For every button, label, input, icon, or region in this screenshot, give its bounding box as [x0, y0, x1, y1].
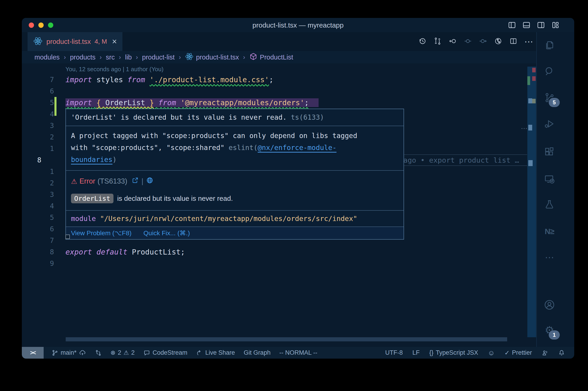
tab-problem-badge: 4, M — [94, 38, 107, 45]
quick-fix-action[interactable]: Quick Fix... (⌘.) — [144, 229, 190, 237]
gitlens-codelens[interactable]: You, 12 seconds ago | 1 author (You) — [66, 64, 164, 74]
chevron-right-icon: › — [119, 54, 121, 61]
line-number: 2 — [22, 131, 54, 143]
minimize-traffic-light[interactable] — [38, 22, 44, 28]
extensions-icon[interactable] — [543, 145, 556, 159]
remote-explorer-icon[interactable] — [543, 173, 556, 186]
toggle-panel-icon[interactable] — [522, 20, 531, 30]
nx-console-icon[interactable]: N≥ — [543, 225, 556, 238]
breadcrumb-src[interactable]: src — [106, 54, 115, 61]
line-number: 3 — [22, 120, 54, 131]
breadcrumb: modules › products › src › lib › product… — [22, 51, 536, 63]
navigate-back-icon[interactable] — [449, 37, 457, 46]
activity-bar: 5 N≥ ⋯ ⚙1 — [536, 32, 574, 347]
split-editor-icon[interactable] — [509, 37, 517, 46]
problems-item[interactable]: ⊗ 2 ⚠ 2 — [110, 349, 135, 356]
search-icon[interactable] — [543, 65, 556, 78]
horizontal-scrollbar[interactable] — [66, 337, 507, 341]
ts-diagnostic: 'OrderList' is declared but its value is… — [66, 109, 404, 126]
more-views-icon[interactable]: ⋯ — [543, 251, 556, 264]
external-link-icon[interactable] — [131, 177, 139, 186]
chevron-right-icon: › — [100, 54, 102, 61]
error-header: ⚠ Error(TS6133) | — [71, 177, 154, 186]
source-control-badge: 5 — [549, 98, 560, 107]
view-problem-action[interactable]: View Problem (⌥F8) — [71, 229, 132, 237]
eol-item[interactable]: LF — [413, 349, 420, 356]
tab-label: product-list.tsx — [46, 38, 91, 45]
remote-indicator[interactable]: >< — [22, 347, 44, 359]
git-branch-item[interactable]: main* — [51, 349, 86, 357]
react-file-icon — [33, 36, 43, 47]
line-number: 2 — [22, 177, 54, 189]
error-detail-section: ⚠ Error(TS6133) | OrderList is declared … — [66, 171, 404, 211]
encoding-item[interactable]: UTF-8 — [385, 349, 403, 356]
warning-count-icon: ⚠ — [124, 349, 129, 356]
settings-gear-icon[interactable]: ⚙1 — [543, 323, 556, 337]
codestream-item[interactable]: CodeStream — [143, 349, 187, 356]
tab-product-list[interactable]: product-list.tsx 4, M × — [28, 32, 122, 51]
line-number: 7 — [22, 74, 54, 86]
eslint-rule-link[interactable]: boundaries — [71, 156, 113, 164]
run-debug-icon[interactable] — [543, 117, 556, 130]
line-number: 8 — [22, 246, 54, 258]
git-compare-item[interactable] — [95, 349, 102, 356]
compare-changes-icon[interactable] — [433, 37, 442, 46]
selection-highlight: import { OrderList } from '@myreactapp/m… — [66, 98, 319, 107]
breadcrumb-symbol[interactable]: ProductList — [249, 52, 293, 62]
open-changes-icon[interactable] — [494, 37, 502, 46]
code-line-import-orderlist: import { OrderList } from '@myreactapp/m… — [66, 97, 319, 108]
line-number: 5 — [22, 212, 54, 223]
braces-icon: {} — [429, 349, 433, 356]
toggle-sidebar-left-icon[interactable] — [507, 20, 516, 30]
globe-icon[interactable] — [146, 177, 154, 186]
overview-ruler[interactable] — [527, 67, 536, 337]
breadcrumb-lib[interactable]: lib — [125, 54, 132, 61]
tab-close-icon[interactable]: × — [112, 37, 117, 46]
ellipsis-decoration: … — [521, 123, 528, 130]
prettier-item[interactable]: ✓ Prettier — [504, 349, 532, 357]
toggle-sidebar-right-icon[interactable] — [536, 20, 546, 30]
language-item[interactable]: {} TypeScript JSX — [429, 349, 478, 356]
feedback-smiley-icon[interactable]: ☺ — [488, 349, 495, 357]
breadcrumb-file[interactable]: product-list.tsx — [185, 52, 239, 63]
customize-layout-icon[interactable] — [551, 20, 560, 30]
line-number: 6 — [22, 86, 54, 97]
module-path: "/Users/juri/nrwl/content/myreactapp/mod… — [100, 214, 357, 223]
next-change-icon[interactable] — [479, 37, 487, 46]
explorer-icon[interactable] — [543, 38, 556, 52]
error-count-icon: ⊗ — [110, 349, 116, 356]
check-icon: ✓ — [504, 349, 510, 357]
more-actions-icon[interactable]: ⋯ — [524, 36, 533, 47]
eslint-diagnostic: A project tagged with "scope:products" c… — [66, 126, 404, 171]
eslint-rule-link[interactable]: @nx/enforce-module- — [258, 144, 336, 152]
editor-toolbar: ⋯ — [418, 32, 533, 51]
line-number: 4 — [22, 108, 54, 120]
hover-resize-grip[interactable] — [66, 235, 70, 239]
comment-bubble-icon — [143, 349, 150, 356]
timeline-history-icon[interactable] — [418, 37, 426, 46]
previous-change-icon[interactable] — [464, 37, 472, 46]
share-icon — [196, 349, 203, 356]
error-mark — [532, 68, 536, 72]
test-beaker-icon[interactable] — [543, 198, 556, 211]
notifications-bell-icon[interactable] — [558, 349, 565, 356]
live-share-item[interactable]: Live Share — [196, 349, 235, 356]
status-left: main* ⊗ 2 ⚠ 2 CodeStream Live Share — [51, 349, 317, 357]
source-control-icon[interactable]: 5 — [543, 91, 556, 104]
breadcrumb-products[interactable]: products — [70, 54, 95, 61]
scrollbar-slider[interactable] — [528, 98, 532, 103]
line-number: 4 — [22, 200, 54, 212]
feedback-icon[interactable] — [542, 349, 549, 356]
accounts-icon[interactable] — [543, 298, 556, 311]
breadcrumb-modules[interactable]: modules — [34, 54, 60, 61]
added-lines-mark — [527, 76, 530, 85]
code-editor[interactable]: 7 6 5 4 3 2 1 8 1 2 3 4 5 6 7 8 9 You, 1… — [22, 63, 536, 347]
line-number: 6 — [22, 223, 54, 235]
code-line-export-default: export default ProductList; — [66, 246, 185, 258]
zoom-traffic-light[interactable] — [48, 22, 53, 28]
settings-badge: 1 — [549, 330, 560, 340]
breadcrumb-product-list[interactable]: product-list — [142, 54, 175, 61]
git-graph-item[interactable]: Git Graph — [244, 349, 271, 356]
react-file-icon — [185, 52, 194, 63]
close-traffic-light[interactable] — [29, 22, 34, 28]
